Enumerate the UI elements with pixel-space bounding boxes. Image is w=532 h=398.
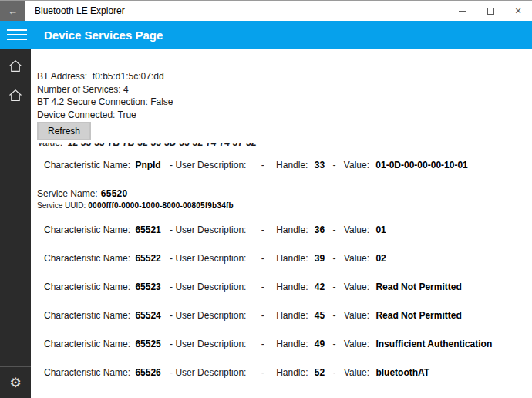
separator-dash: - xyxy=(261,339,264,349)
characteristic-name-label: Characteristic Name: xyxy=(44,160,130,170)
handle-value: 42 xyxy=(315,282,325,292)
title-bar: ← Bluetooth LE Explorer ✕ xyxy=(0,1,532,21)
user-description-label: - User Description: xyxy=(170,339,246,349)
characteristic-row: Characteristic Name: 65523 - User Descri… xyxy=(44,281,532,293)
page-title: Device Services Page xyxy=(44,29,163,42)
value-label: Value: xyxy=(344,339,369,349)
separator-dash: - xyxy=(261,224,264,235)
service-name-value: 65520 xyxy=(101,188,128,199)
characteristic-row: Characteristic Name: 65522 - User Descri… xyxy=(44,252,532,265)
clipped-value-label: Value: xyxy=(37,143,62,148)
sidebar: ⚙ xyxy=(0,49,31,398)
separator-dash: - xyxy=(261,310,264,321)
sidebar-home-button-1[interactable] xyxy=(0,51,31,80)
characteristic-list: Characteristic Name: 65521 - User Descri… xyxy=(37,224,532,379)
minimize-button[interactable] xyxy=(449,1,476,21)
home-icon xyxy=(8,59,22,73)
separator-dash: - xyxy=(333,310,336,321)
separator-dash: - xyxy=(333,339,336,349)
handle-label: Handle: xyxy=(276,253,308,264)
user-description-label: - User Description: xyxy=(170,367,246,378)
app-window: ← Bluetooth LE Explorer ✕ Device Service… xyxy=(0,0,532,398)
bt-address: BT Address: f0:b5:d1:5c:07:dd xyxy=(37,70,532,83)
characteristic-name-value: 65526 xyxy=(135,367,160,378)
value-label: Value: xyxy=(344,224,369,235)
value-label: Value: xyxy=(344,282,369,292)
separator-dash: - xyxy=(261,160,264,170)
handle-label: Handle: xyxy=(276,282,308,292)
characteristic-name-label: Characteristic Name: xyxy=(44,339,130,349)
back-arrow-icon: ← xyxy=(8,5,18,17)
user-description-label: - User Description: xyxy=(170,160,246,170)
characteristic-value: Read Not Permitted xyxy=(375,282,461,292)
characteristic-value: Read Not Permitted xyxy=(375,310,461,321)
secure-connection: BT 4.2 Secure Connection: False xyxy=(37,96,532,109)
user-description-label: - User Description: xyxy=(170,310,246,321)
characteristic-list-previous: Characteristic Name: PnpId - User Descri… xyxy=(37,159,532,171)
user-description-label: - User Description: xyxy=(170,253,246,264)
characteristic-row: Characteristic Name: 65525 - User Descri… xyxy=(44,338,532,350)
window-title: Bluetooth LE Explorer xyxy=(35,5,125,16)
characteristic-name-value: 65521 xyxy=(135,224,160,235)
handle-label: Handle: xyxy=(276,160,308,170)
clipped-value-hex: 12-35-35-7B-7B-32-35-3D-35-32-74-74-37-3… xyxy=(67,143,256,148)
characteristic-name-value: 65522 xyxy=(135,253,160,264)
characteristic-row: Characteristic Name: 65526 - User Descri… xyxy=(44,366,532,379)
maximize-icon xyxy=(487,8,494,15)
separator-dash: - xyxy=(261,367,264,378)
service-uuid-line: Service UUID:0000fff0-0000-1000-8000-008… xyxy=(37,201,532,211)
value-label: Value: xyxy=(344,310,369,321)
characteristic-name-label: Characteristic Name: xyxy=(44,224,130,235)
maximize-button[interactable] xyxy=(476,1,504,21)
handle-value: 36 xyxy=(315,224,325,235)
characteristic-name-label: Characteristic Name: xyxy=(44,253,130,264)
back-button[interactable]: ← xyxy=(0,1,25,21)
close-icon: ✕ xyxy=(514,7,521,15)
characteristic-value: Insufficient Authentication xyxy=(375,339,492,349)
handle-value: 52 xyxy=(315,367,325,378)
characteristic-name-value: 65524 xyxy=(135,310,160,321)
characteristic-value: bluetoothAT xyxy=(375,367,429,378)
separator-dash: - xyxy=(333,160,336,170)
handle-value: 45 xyxy=(315,310,325,321)
sidebar-home-button-2[interactable] xyxy=(0,80,31,110)
handle-value: 39 xyxy=(315,253,325,264)
characteristic-name-label: Characteristic Name: xyxy=(44,367,130,378)
close-button[interactable]: ✕ xyxy=(504,1,532,21)
separator-dash: - xyxy=(333,224,336,235)
window-controls: ✕ xyxy=(449,1,532,21)
number-of-services: Number of Services: 4 xyxy=(37,83,532,96)
minimize-icon xyxy=(459,11,466,12)
settings-button[interactable]: ⚙ xyxy=(0,367,31,398)
handle-value: 33 xyxy=(315,160,325,170)
handle-value: 49 xyxy=(315,339,325,349)
handle-label: Handle: xyxy=(276,224,308,235)
characteristic-name-value: PnpId xyxy=(135,160,160,170)
characteristic-row: Characteristic Name: 65521 - User Descri… xyxy=(44,224,532,236)
value-label: Value: xyxy=(344,160,369,170)
user-description-label: - User Description: xyxy=(170,224,246,235)
handle-label: Handle: xyxy=(276,339,308,349)
characteristic-name-label: Characteristic Name: xyxy=(44,282,130,292)
hamburger-menu-button[interactable] xyxy=(0,21,37,49)
separator-dash: - xyxy=(261,282,264,292)
separator-dash: - xyxy=(333,253,336,264)
characteristic-row: Characteristic Name: PnpId - User Descri… xyxy=(44,159,532,171)
refresh-button[interactable]: Refresh xyxy=(37,122,91,140)
app-header: Device Services Page xyxy=(0,21,532,49)
characteristic-name-value: 65523 xyxy=(135,282,160,292)
characteristic-value: 01-0D-00-00-00-10-01 xyxy=(375,160,467,170)
separator-dash: - xyxy=(333,367,336,378)
characteristic-name-value: 65525 xyxy=(135,339,160,349)
user-description-label: - User Description: xyxy=(170,282,246,292)
value-label: Value: xyxy=(344,367,369,378)
handle-label: Handle: xyxy=(276,367,308,378)
home-icon xyxy=(8,89,22,102)
hamburger-icon xyxy=(7,29,27,31)
value-label: Value: xyxy=(344,253,369,264)
gear-icon: ⚙ xyxy=(9,375,21,391)
characteristic-row: Characteristic Name: 65524 - User Descri… xyxy=(44,309,532,322)
separator-dash: - xyxy=(261,253,264,264)
characteristic-value: 02 xyxy=(375,253,386,264)
service-name-label: Service Name: xyxy=(37,188,98,199)
